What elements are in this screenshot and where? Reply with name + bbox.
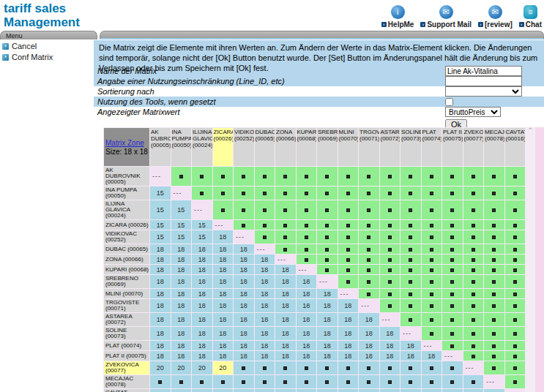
matrix-cell[interactable] <box>275 230 296 244</box>
matrix-cell[interactable] <box>275 244 296 254</box>
matrix-cell[interactable]: 18 <box>234 341 254 350</box>
matrix-cell[interactable] <box>150 389 171 392</box>
matrix-cell[interactable] <box>380 167 400 186</box>
matrix-cell[interactable] <box>359 375 379 388</box>
matrix-cell[interactable] <box>380 220 400 230</box>
matrix-cell[interactable] <box>422 244 442 254</box>
matrix-cell[interactable]: 18 <box>234 351 254 361</box>
matrix-cell[interactable]: 18 <box>234 265 254 274</box>
matrix-cell[interactable]: 18 <box>317 351 338 361</box>
matrix-cell[interactable] <box>400 361 421 374</box>
matrix-cell[interactable]: 18 <box>255 275 275 288</box>
matrix-cell[interactable] <box>338 265 359 274</box>
matrix-cell[interactable] <box>484 167 504 186</box>
matrix-cell[interactable] <box>505 255 526 264</box>
header-link-helpme[interactable]: i›HelpMe <box>381 5 414 29</box>
matrix-cell[interactable] <box>505 375 526 388</box>
matrix-cell[interactable]: 18 <box>150 265 171 274</box>
matrix-cell[interactable]: 18 <box>213 299 234 312</box>
matrix-cell[interactable]: 18 <box>171 244 192 254</box>
matrix-cell[interactable]: 18 <box>150 244 171 254</box>
matrix-cell[interactable] <box>463 220 484 230</box>
matrix-cell[interactable] <box>234 200 254 219</box>
matrix-cell[interactable]: 15 <box>192 230 212 244</box>
matrix-cell[interactable] <box>317 244 338 254</box>
matrix-cell[interactable] <box>442 389 463 392</box>
matrix-cell[interactable]: 18 <box>234 275 254 288</box>
matrix-cell[interactable] <box>317 230 338 244</box>
matrix-cell[interactable]: 18 <box>255 265 275 274</box>
matrix-cell[interactable] <box>463 275 484 288</box>
matrix-cell[interactable]: 18 <box>338 313 359 326</box>
matrix-cell[interactable] <box>338 230 359 244</box>
matrix-cell[interactable] <box>275 186 296 200</box>
matrix-cell[interactable]: 18 <box>359 327 379 340</box>
matrix-cell[interactable] <box>297 244 317 254</box>
matrix-cell[interactable] <box>359 389 379 392</box>
matrix-cell[interactable] <box>463 341 484 350</box>
matrix-cell[interactable] <box>422 313 442 326</box>
matrix-cell[interactable] <box>213 186 234 200</box>
matrix-cell[interactable] <box>400 299 421 312</box>
matrix-cell[interactable] <box>338 389 359 392</box>
matrix-cell[interactable] <box>317 389 338 392</box>
matrix-cell[interactable] <box>484 389 504 392</box>
matrix-cell[interactable] <box>505 313 526 326</box>
matrix-cell[interactable] <box>255 220 275 230</box>
matrix-cell[interactable] <box>422 220 442 230</box>
matrix-cell[interactable]: 18 <box>171 255 192 264</box>
matrix-cell[interactable] <box>275 389 296 392</box>
matrix-cell[interactable] <box>442 167 463 186</box>
matrix-cell[interactable] <box>422 299 442 312</box>
matrix-cell[interactable] <box>422 275 442 288</box>
matrix-cell[interactable] <box>317 361 338 374</box>
matrix-cell[interactable]: 18 <box>338 351 359 361</box>
matrix-cell[interactable] <box>442 341 463 350</box>
matrix-cell[interactable]: 18 <box>171 327 192 340</box>
matrix-cell[interactable]: 18 <box>400 351 421 361</box>
matrix-cell[interactable] <box>422 375 442 388</box>
matrix-cell[interactable]: 18 <box>317 313 338 326</box>
matrix-cell[interactable] <box>505 265 526 274</box>
matrix-cell[interactable] <box>400 230 421 244</box>
matrix-cell[interactable] <box>442 244 463 254</box>
matrix-cell[interactable] <box>317 186 338 200</box>
matrix-cell[interactable] <box>484 255 504 264</box>
matrix-cell[interactable] <box>338 244 359 254</box>
matrix-cell[interactable] <box>400 313 421 326</box>
matrix-cell[interactable]: 18 <box>275 351 296 361</box>
matrix-cell[interactable] <box>338 200 359 219</box>
matrix-cell[interactable]: 18 <box>192 327 212 340</box>
sidebar-item-cancel[interactable]: ‹Cancel <box>2 42 94 50</box>
matrix-cell[interactable] <box>171 389 192 392</box>
matrix-cell[interactable] <box>317 200 338 219</box>
matrix-cell[interactable] <box>484 220 504 230</box>
matrix-cell[interactable] <box>422 389 442 392</box>
matrix-cell[interactable] <box>359 275 379 288</box>
matrix-cell[interactable] <box>422 327 442 340</box>
matrix-cell[interactable] <box>442 230 463 244</box>
matrix-cell[interactable]: 18 <box>317 341 338 350</box>
matrix-cell[interactable] <box>442 299 463 312</box>
matrix-cell[interactable] <box>442 313 463 326</box>
matrix-cell[interactable]: 18 <box>275 299 296 312</box>
matrix-cell[interactable] <box>442 265 463 274</box>
tool-usage-checkbox[interactable] <box>445 98 453 106</box>
vertical-scrollbar[interactable]: ^ v <box>526 127 535 392</box>
matrix-cell[interactable] <box>463 375 484 388</box>
matrix-cell[interactable]: 15 <box>192 220 212 230</box>
matrix-cell[interactable]: 18 <box>192 255 212 264</box>
matrix-cell[interactable]: 18 <box>213 351 234 361</box>
matrix-cell[interactable] <box>297 186 317 200</box>
matrix-cell[interactable] <box>192 389 212 392</box>
matrix-cell[interactable] <box>484 289 504 298</box>
matrix-cell[interactable] <box>422 361 442 374</box>
matrix-cell[interactable] <box>422 186 442 200</box>
matrix-cell[interactable]: 18 <box>359 341 379 350</box>
matrix-cell[interactable] <box>505 186 526 200</box>
matrix-cell[interactable] <box>505 275 526 288</box>
matrix-cell[interactable] <box>255 361 275 374</box>
matrix-cell[interactable] <box>297 389 317 392</box>
sort-by-select[interactable] <box>445 86 522 97</box>
matrix-cell[interactable] <box>463 230 484 244</box>
